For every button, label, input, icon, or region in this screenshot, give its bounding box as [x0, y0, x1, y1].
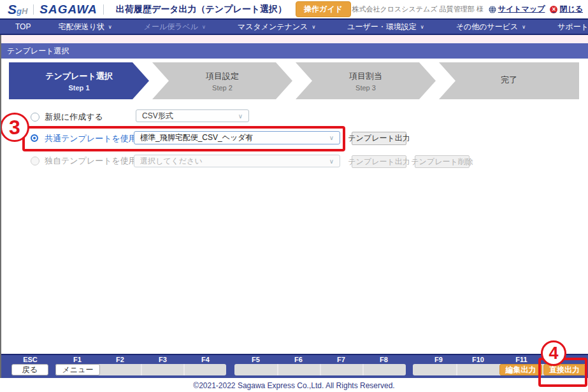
- edit-output-button[interactable]: 編集出力: [499, 364, 542, 375]
- step-title: 項目割当: [349, 71, 382, 82]
- step-number: Step 3: [355, 84, 376, 92]
- header: S g H SAGAWA 出荷履歴データ出力（テンプレート選択） 操作ガイド 株…: [0, 0, 588, 18]
- close-link[interactable]: × 閉じる: [550, 4, 583, 15]
- common-template-select[interactable]: 標準_飛脚宅配便_CSV_ヘッダ有 ∨: [134, 131, 340, 144]
- own-template-select[interactable]: 選択してください ∨: [134, 155, 340, 167]
- step-title: 完了: [501, 74, 517, 86]
- format-select-value: CSV形式: [142, 111, 173, 122]
- nav-item-other-services[interactable]: その他のサービス ∨: [440, 22, 542, 32]
- panel-divider: [141, 364, 142, 375]
- nav-item-support[interactable]: サポート ∨: [541, 22, 588, 32]
- logo-letter-s: S: [8, 3, 17, 16]
- step-title: テンプレート選択: [45, 71, 113, 82]
- section-title-bar: テンプレート選択: [0, 43, 588, 59]
- operation-guide-button[interactable]: 操作ガイド: [296, 1, 351, 17]
- chevron-down-icon: ∨: [238, 113, 243, 120]
- radio-own-template-label: 独自テンプレートを使用: [45, 155, 137, 167]
- sitemap-link[interactable]: サイトマップ: [489, 4, 545, 15]
- logo-letter-g: g: [17, 6, 22, 16]
- radio-common-template-label: 共通テンプレートを使用: [45, 133, 137, 144]
- fkey-f9: F9: [417, 356, 460, 363]
- spacer-strip: [0, 35, 588, 43]
- header-right: 株式会社クロスシステムズ 品質管理部 様 サイトマップ × 閉じる: [352, 4, 588, 15]
- app-window: S g H SAGAWA 出荷履歴データ出力（テンプレート選択） 操作ガイド 株…: [0, 0, 588, 392]
- wizard-steps: テンプレート選択 Step 1 項目設定 Step 2 項目割当 Step 3 …: [9, 62, 579, 99]
- radio-create-new-label: 新規に作成する: [45, 111, 103, 123]
- main-nav: TOP 宅配便送り状 ∨ メール便ラベル ∨ マスタメンテナンス ∨ ユーザー・…: [0, 18, 588, 35]
- nav-label: 宅配便送り状: [58, 22, 104, 32]
- fkey-f1: F1: [56, 356, 99, 363]
- nav-label: TOP: [15, 22, 31, 31]
- nav-item-takuhaibin-invoice[interactable]: 宅配便送り状 ∨: [42, 22, 127, 32]
- radio-own-template[interactable]: [31, 157, 39, 165]
- menu-button[interactable]: メニュー: [55, 364, 100, 375]
- page-title: 出荷履歴データ出力（テンプレート選択）: [116, 4, 287, 15]
- nav-label: ユーザー・環境設定: [347, 22, 417, 32]
- close-icon: ×: [550, 6, 557, 13]
- divider: [33, 4, 34, 15]
- fkey-f10: F10: [457, 356, 499, 363]
- sagawa-wordmark: SAGAWA: [39, 3, 97, 15]
- chevron-down-icon: ∨: [522, 24, 526, 30]
- panel-divider: [183, 364, 185, 375]
- fkey-esc: ESC: [9, 356, 52, 363]
- chevron-down-icon: ∨: [108, 24, 112, 30]
- step-complete: 完了: [439, 62, 579, 99]
- panel-divider: [277, 364, 278, 375]
- chevron-down-icon: ∨: [202, 24, 206, 30]
- close-link-label: 閉じる: [559, 4, 583, 15]
- radio-create-new[interactable]: [31, 113, 39, 122]
- fkey-f3: F3: [141, 356, 184, 363]
- nav-label: メール便ラベル: [144, 22, 198, 32]
- panel-divider: [362, 364, 364, 375]
- fkey-panel-f5-f8: [234, 364, 406, 375]
- window-edge: [0, 35, 1, 378]
- nav-item-top[interactable]: TOP: [0, 22, 42, 31]
- annotation-number-3: 3: [0, 113, 29, 142]
- nav-label: サポート: [557, 22, 588, 32]
- globe-icon: [489, 6, 496, 13]
- fkey-f6: F6: [277, 356, 320, 363]
- fkey-f5: F5: [234, 356, 277, 363]
- nav-item-master-maintenance[interactable]: マスタメンテナンス ∨: [222, 22, 331, 32]
- sitemap-link-label: サイトマップ: [498, 4, 545, 15]
- step-title: 項目設定: [206, 71, 239, 82]
- fkey-f11: F11: [500, 356, 543, 363]
- step-number: Step 1: [68, 84, 89, 92]
- nav-item-mail-label[interactable]: メール便ラベル ∨: [128, 22, 222, 32]
- common-template-select-value: 標準_飛脚宅配便_CSV_ヘッダ有: [140, 132, 254, 143]
- direct-output-button[interactable]: 直接出力: [543, 364, 585, 375]
- chevron-down-icon: ∨: [420, 24, 424, 30]
- nav-label: マスタメンテナンス: [238, 22, 308, 32]
- nav-label: その他のサービス: [456, 22, 519, 32]
- divider: [103, 4, 104, 15]
- annotation-number-4: 4: [541, 340, 566, 366]
- chevron-down-icon: ∨: [329, 134, 334, 141]
- radio-common-template[interactable]: [31, 134, 38, 142]
- fkey-f4: F4: [184, 356, 227, 363]
- company-name: 株式会社クロスシステムズ 品質管理部 様: [352, 4, 484, 14]
- fkey-f8: F8: [362, 356, 405, 363]
- own-template-export-button[interactable]: テンプレート出力: [352, 155, 406, 168]
- fkey-f7: F7: [320, 356, 362, 363]
- own-template-delete-button[interactable]: テンプレート削除: [415, 155, 470, 168]
- step-item-settings: 項目設定 Step 2: [152, 62, 292, 99]
- chevron-down-icon: ∨: [312, 24, 315, 30]
- panel-divider: [320, 364, 321, 375]
- copyright: ©2021-2022 Sagawa Express Co.,Ltd. All R…: [0, 378, 588, 392]
- step-item-assignment: 項目割当 Step 3: [296, 62, 436, 99]
- logo-letter-h: H: [22, 6, 27, 16]
- sgh-logo: S g H: [8, 3, 27, 16]
- panel-divider: [456, 364, 457, 375]
- step-template-select: テンプレート選択 Step 1: [9, 62, 149, 99]
- format-select[interactable]: CSV形式 ∨: [136, 109, 249, 122]
- own-template-select-value: 選択してください: [140, 156, 203, 167]
- back-button[interactable]: 戻る: [11, 364, 48, 375]
- chevron-down-icon: ∨: [329, 158, 334, 165]
- nav-item-user-settings[interactable]: ユーザー・環境設定 ∨: [331, 22, 440, 32]
- common-template-export-button[interactable]: テンプレート出力: [352, 132, 406, 145]
- step-number: Step 2: [212, 84, 233, 92]
- fkey-f2: F2: [99, 356, 141, 363]
